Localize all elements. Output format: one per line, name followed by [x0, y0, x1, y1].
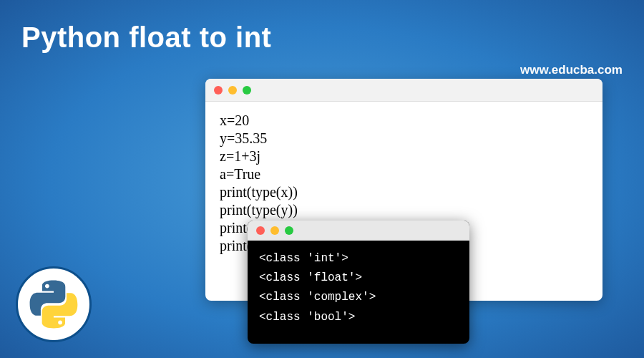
logo-badge: [16, 266, 92, 342]
maximize-icon: [243, 86, 251, 95]
minimize-icon: [228, 86, 237, 95]
terminal-window: <class 'int'> <class 'float'> <class 'co…: [248, 221, 469, 344]
page-title: Python float to int: [21, 21, 271, 54]
terminal-output: <class 'int'> <class 'float'> <class 'co…: [248, 241, 469, 336]
watermark-url: www.educba.com: [520, 63, 623, 77]
maximize-icon: [285, 226, 293, 235]
code-window-titlebar: [205, 79, 602, 102]
close-icon: [256, 226, 265, 235]
python-logo-icon: [29, 279, 79, 329]
minimize-icon: [270, 226, 279, 235]
close-icon: [214, 86, 223, 95]
terminal-titlebar: [248, 221, 469, 241]
